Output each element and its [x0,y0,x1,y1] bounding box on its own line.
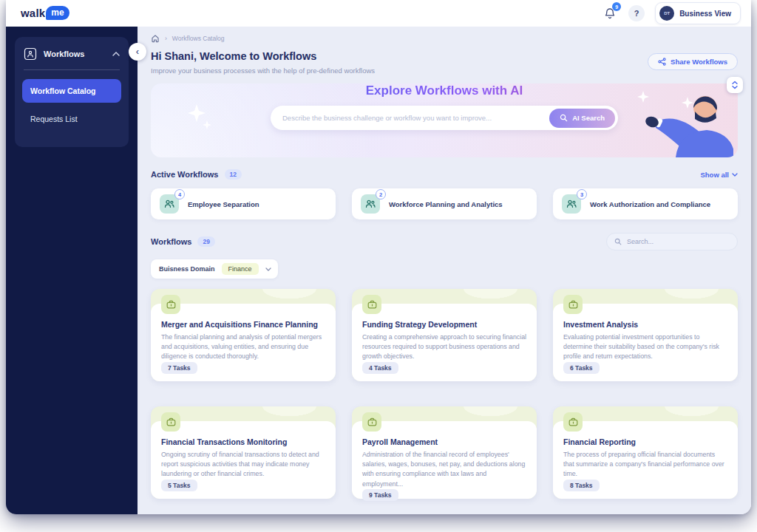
workflows-count-badge: 29 [197,236,214,247]
briefcase-icon [563,295,583,314]
banner-collapse-button[interactable] [727,77,743,93]
notification-count-badge: 9 [612,2,621,11]
tasks-badge: 8 Tasks [563,480,600,491]
tasks-badge: 7 Tasks [161,362,197,374]
share-workflows-label: Share Workflows [671,58,727,66]
active-card-label: Work Authorization and Compliance [590,200,710,208]
active-card-label: Workforce Planning and Analytics [389,200,503,208]
workflow-card-body: Investment Analysis Evaluating potential… [553,304,738,381]
briefcase-icon [362,295,381,314]
breadcrumb-separator: › [165,35,167,42]
workflow-card-financial-reporting[interactable]: Financial Reporting The process of prepa… [553,406,738,499]
active-workflows-grid: 4 Employee Separation 2 Workforce Planni… [151,188,738,219]
ai-search-label: AI Search [572,114,605,122]
people-icon: 2 [361,194,380,214]
sidebar: ‹ Workflows Workflow [6,27,138,514]
sparkles-icon [183,101,217,140]
search-icon [614,238,622,245]
sidebar-collapse-button[interactable]: ‹ [129,43,146,61]
show-all-label: Show all [700,171,729,179]
workflows-search-input[interactable] [627,238,730,245]
active-count-badge: 2 [376,189,386,200]
breadcrumb: › Workflows Catalog [151,34,738,43]
breadcrumb-page[interactable]: Workflows Catalog [172,35,225,42]
active-workflows-count-badge: 12 [225,169,242,180]
sidebar-divider [24,69,120,70]
briefcase-icon [161,412,180,432]
workflow-card-investment-analysis[interactable]: Investment Analysis Evaluating potential… [553,289,738,381]
active-card-employee-separation[interactable]: 4 Employee Separation [151,188,336,219]
topbar: walk me 9 ? DT Business View [6,0,751,27]
page-subtitle: Improve your business processes with the… [151,66,375,75]
workflow-card-title: Merger and Acquisitions Finance Planning [161,320,325,329]
main-panel: › Workflows Catalog Hi Shani, Welcome to… [138,27,751,514]
ai-search-icon [560,114,568,122]
business-domain-filter[interactable]: Buisness Domain Finance [151,259,278,279]
workflows-title: Workflows [151,237,191,246]
workflow-card-description: The financial planning and analysis of p… [161,332,325,362]
business-view-label: Business View [679,10,731,18]
workflow-card-title: Funding Strategy Development [362,320,526,329]
filter-value-chip: Finance [222,263,259,275]
tasks-badge: 5 Tasks [161,480,197,491]
tasks-badge: 6 Tasks [563,362,600,374]
active-card-work-authorization[interactable]: 3 Work Authorization and Compliance [553,188,738,219]
chevron-down-icon [732,173,738,177]
workflow-card-body: Funding Strategy Development Creating a … [352,304,537,381]
business-view-button[interactable]: DT Business View [655,2,741,24]
sidebar-group-workflows[interactable]: Workflows [22,46,121,61]
sidebar-item-workflow-catalog[interactable]: Workflow Catalog [22,79,121,103]
hero-title: Explore Workflows with AI [151,83,738,98]
filter-label: Buisness Domain [159,265,215,273]
workflow-card-merger-acquisitions[interactable]: Merger and Acquisitions Finance Planning… [151,289,336,381]
ai-hero-banner: Explore Workflows with AI AI Search [151,83,738,157]
sidebar-item-requests-list[interactable]: Requests List [22,107,121,131]
app-window: walk me 9 ? DT Business View [6,0,751,514]
workflow-card-description: Creating a comprehensive approach to sec… [362,332,526,362]
hero-search-input[interactable] [282,114,549,122]
workflow-card-funding-strategy[interactable]: Funding Strategy Development Creating a … [352,289,537,381]
workflow-card-transactions-monitoring[interactable]: Financial Transactions Monitoring Ongoin… [151,406,336,499]
topbar-actions: 9 ? DT Business View [602,2,741,24]
active-count-badge: 4 [174,189,185,200]
tasks-badge: 9 Tasks [362,489,398,501]
workflow-cards-grid: Merger and Acquisitions Finance Planning… [151,289,738,499]
briefcase-icon [563,412,583,432]
avatar: DT [659,6,674,21]
notifications-button[interactable]: 9 [602,5,618,21]
sidebar-panel: Workflows Workflow Catalog Requests List [15,37,129,147]
active-count-badge: 3 [577,189,587,200]
help-button[interactable]: ? [628,5,645,21]
workflow-card-body: Merger and Acquisitions Finance Planning… [151,304,336,381]
active-card-label: Employee Separation [188,200,259,208]
people-icon: 3 [562,194,581,214]
people-icon: 4 [160,194,179,214]
ai-search-button[interactable]: AI Search [549,109,615,128]
briefcase-icon [362,412,381,432]
workflows-search-box [606,233,738,250]
workflow-card-body: Financial Transactions Monitoring Ongoin… [151,421,336,499]
show-all-link[interactable]: Show all [700,171,738,179]
workflow-card-description: Administration of the financial record o… [362,450,526,489]
collapse-expand-icon [731,81,739,89]
content-area: ‹ Workflows Workflow [6,27,751,514]
workflow-card-title: Financial Transactions Monitoring [161,437,325,446]
workflow-card-description: Evaluating potential investment opportun… [563,332,727,362]
share-workflows-button[interactable]: Share Workflows [648,53,738,70]
active-workflows-title: Active Workflows [151,170,219,179]
workflow-card-description: The process of preparing official financ… [563,450,727,480]
page-header: Hi Shani, Welcome to Workflows Improve y… [151,50,738,75]
workflow-card-body: Payroll Management Administration of the… [352,421,537,499]
active-workflows-header: Active Workflows 12 Show all [151,169,738,180]
workflow-card-payroll-management[interactable]: Payroll Management Administration of the… [352,406,537,499]
home-icon[interactable] [151,34,160,43]
hero-search-bar: AI Search [271,106,618,130]
active-card-workforce-planning[interactable]: 2 Workforce Planning and Analytics [352,188,537,219]
walkme-logo: walk me [21,7,69,20]
workflows-header: Workflows 29 [151,233,738,250]
tasks-badge: 4 Tasks [362,362,398,374]
briefcase-icon [161,295,180,314]
chevron-up-icon [112,52,120,56]
workflow-card-title: Investment Analysis [563,320,727,329]
question-icon: ? [634,9,639,18]
